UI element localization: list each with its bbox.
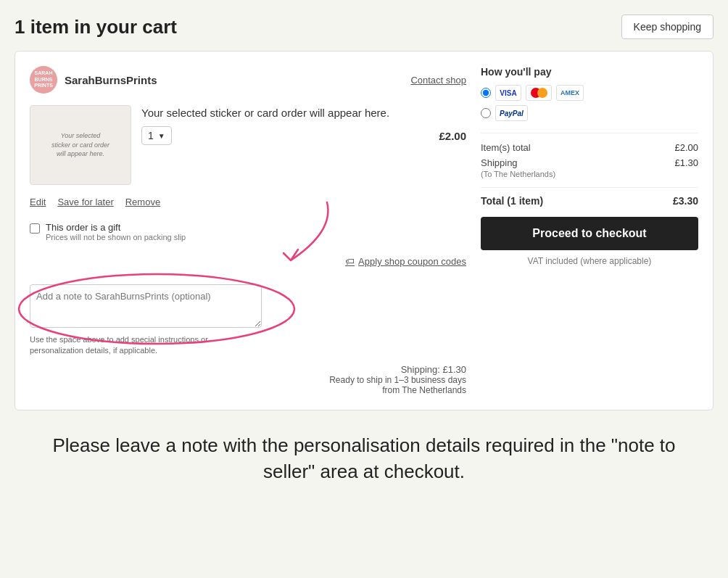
product-row: Your selectedsticker or card orderwill a… xyxy=(30,105,466,185)
ready-to-ship-label: Ready to ship in 1–3 business days xyxy=(30,375,466,385)
shop-info: SARAHBURNSPRINTS SarahBurnsPrints xyxy=(30,66,157,94)
total-label: Total (1 item) xyxy=(481,195,543,207)
contact-shop-link[interactable]: Contact shop xyxy=(410,75,466,86)
payment-title: How you'll pay xyxy=(481,66,698,78)
from-label: from The Netherlands xyxy=(30,385,466,395)
edit-link[interactable]: Edit xyxy=(30,197,46,207)
amex-icon: AMEX xyxy=(556,85,584,101)
payment-section: How you'll pay VISA AMEX xyxy=(481,66,698,121)
page-header: 1 item in your cart Keep shopping xyxy=(15,15,713,39)
payment-radio-paypal[interactable] xyxy=(481,108,491,118)
checkout-button[interactable]: Proceed to checkout xyxy=(481,217,698,250)
cart-card: SARAHBURNSPRINTS SarahBurnsPrints Contac… xyxy=(15,51,713,410)
page-title: 1 item in your cart xyxy=(15,16,177,38)
shipping-destination: (To The Netherlands) xyxy=(481,170,698,178)
note-wrapper xyxy=(30,284,262,330)
quantity-selector[interactable]: 1 ▼ xyxy=(141,126,172,145)
keep-shopping-button[interactable]: Keep shopping xyxy=(621,15,713,39)
shop-header: SARAHBURNSPRINTS SarahBurnsPrints Contac… xyxy=(30,66,466,94)
coupon-link-label: Apply shop coupon codes xyxy=(358,256,466,267)
product-price: £2.00 xyxy=(439,130,466,142)
items-total-label: Item(s) total xyxy=(481,142,531,153)
note-hint: Use the space above to add special instr… xyxy=(30,334,262,357)
product-title: Your selected sticker or card order will… xyxy=(141,105,466,120)
product-image: Your selectedsticker or card orderwill a… xyxy=(30,105,131,185)
payment-radio-card[interactable] xyxy=(481,88,491,98)
gift-checkbox[interactable] xyxy=(30,223,40,234)
coupon-row: 🏷 Apply shop coupon codes xyxy=(30,253,466,278)
gift-label: This order is a gift xyxy=(46,222,186,233)
product-image-placeholder: Your selectedsticker or card orderwill a… xyxy=(44,124,117,166)
product-content-area: 🏷 Apply shop coupon codes Use the space … xyxy=(30,253,466,357)
shipping-label: Shipping xyxy=(481,157,518,168)
visa-icon: VISA xyxy=(495,85,521,101)
total-value: £3.30 xyxy=(673,195,698,207)
cart-left: SARAHBURNSPRINTS SarahBurnsPrints Contac… xyxy=(30,66,466,395)
vat-note: VAT included (where applicable) xyxy=(481,256,698,266)
payment-icons-row-1: VISA AMEX xyxy=(481,85,698,101)
shipping-row: Shipping £1.30 xyxy=(481,157,698,168)
items-total-row: Item(s) total £2.00 xyxy=(481,142,698,153)
payment-icons-row-2: PayPal xyxy=(481,105,698,121)
page-wrapper: 1 item in your cart Keep shopping SARAHB… xyxy=(0,0,728,507)
gift-sublabel: Prices will not be shown on packing slip xyxy=(46,233,186,241)
cart-right: How you'll pay VISA AMEX xyxy=(481,66,698,395)
gift-text-block: This order is a gift Prices will not be … xyxy=(46,222,186,241)
bottom-text: Please leave a note with the personalisa… xyxy=(15,432,713,485)
product-controls: 1 ▼ £2.00 xyxy=(141,126,466,145)
product-actions: Edit Save for later Remove xyxy=(30,197,466,207)
tag-icon: 🏷 xyxy=(345,256,355,267)
coupon-link[interactable]: 🏷 Apply shop coupon codes xyxy=(345,256,466,267)
shipping-info: Shipping: £1.30 Ready to ship in 1–3 bus… xyxy=(30,364,466,395)
total-row: Total (1 item) £3.30 xyxy=(481,187,698,207)
gift-section: This order is a gift Prices will not be … xyxy=(30,222,466,241)
quantity-value: 1 xyxy=(148,130,154,141)
save-for-later-link[interactable]: Save for later xyxy=(57,197,113,207)
mastercard-icon xyxy=(526,85,552,101)
shipping-cost-label: Shipping: £1.30 xyxy=(30,364,466,375)
shop-name: SarahBurnsPrints xyxy=(65,74,157,86)
chevron-down-icon: ▼ xyxy=(158,132,165,140)
price-breakdown: Item(s) total £2.00 Shipping £1.30 (To T… xyxy=(481,133,698,178)
shipping-value: £1.30 xyxy=(674,157,698,168)
paypal-icon: PayPal xyxy=(495,105,528,121)
avatar: SARAHBURNSPRINTS xyxy=(30,66,57,94)
product-details: Your selected sticker or card order will… xyxy=(141,105,466,145)
remove-link[interactable]: Remove xyxy=(125,197,160,207)
note-textarea[interactable] xyxy=(30,284,262,328)
items-total-value: £2.00 xyxy=(674,142,698,153)
